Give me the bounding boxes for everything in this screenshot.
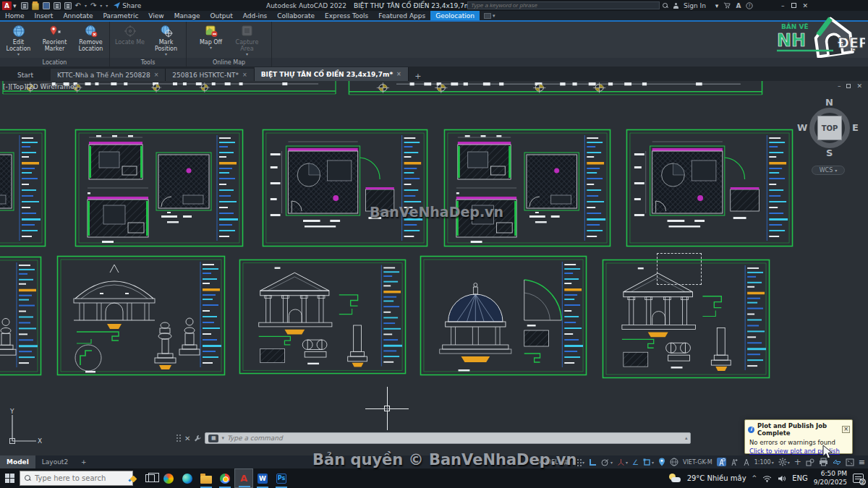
tab-collaborate[interactable]: Collaborate [272,11,320,20]
graphics-performance-icon[interactable] [833,458,841,466]
geographic-location-icon[interactable] [670,458,678,466]
plot-icon[interactable] [64,2,72,9]
viewport-controls[interactable]: [-][Top][2D Wireframe] [3,83,77,90]
file-explorer-button[interactable] [197,468,216,488]
tab-annotate[interactable]: Annotate [58,11,98,20]
close-tab-icon[interactable]: × [154,72,159,78]
command-line[interactable]: ▦ ▾ ▴ [205,432,691,444]
qat-customize-icon[interactable]: ▾ [106,3,108,8]
layout-tab-layout2[interactable]: Layout2 [35,455,75,468]
app-menu-chevron-icon[interactable]: ▾ [13,2,17,9]
notification-close-button[interactable]: × [842,426,850,433]
tab-manage[interactable]: Manage [169,11,205,20]
language-indicator[interactable]: ENG [792,474,808,482]
object-snap-toggle[interactable]: ▾ [643,458,654,466]
drawing-sheet-elevation-3[interactable] [420,255,587,376]
drawing-sheet-partial-left-row1[interactable] [0,129,46,247]
viewcube-west[interactable]: W [797,122,807,133]
drawing-sheet-partial-left-row2[interactable] [0,256,42,376]
drawing-sheet-elevation-2[interactable] [239,259,407,374]
workspace-switching-icon[interactable]: ▾ [778,458,790,466]
drawing-sheet-plan-4[interactable] [626,129,793,247]
tab-geolocation[interactable]: Geolocation [430,11,480,20]
tab-add-ins[interactable]: Add-ins [238,11,273,20]
restore-button[interactable] [791,3,796,8]
weather-label[interactable]: 29°C Nhiều mây [687,474,746,482]
taskbar-search[interactable] [20,471,133,486]
mark-position-button[interactable]: Mark Position ▾ [150,24,183,56]
task-view-button[interactable] [140,468,159,488]
command-history-icon[interactable]: ▦ [208,435,218,442]
start-button[interactable] [0,468,19,488]
help-search-input[interactable] [467,1,660,9]
photoshop-button[interactable]: Ps [272,468,291,488]
close-tab-icon[interactable]: × [396,71,401,77]
object-snap-tracking-toggle[interactable]: ∠ [632,458,639,466]
autoscale-toggle[interactable] [731,458,739,466]
doc-restore-button[interactable] [846,84,851,88]
share-button[interactable]: Share [114,2,141,9]
drawing-sheet-elevation-1[interactable] [56,255,226,376]
close-button[interactable]: ✕ [803,2,809,9]
doc-minimize-button[interactable]: – [838,82,841,90]
drawing-canvas[interactable]: [-][Top][2D Wireframe] – ✕ N S W E TOP W… [0,81,868,455]
tab-home[interactable]: Home [0,11,30,20]
autodesk-apps-icon[interactable]: A [736,2,741,9]
clock[interactable]: 6:50 PM 9/20/2025 [814,470,847,487]
chrome-button[interactable] [216,468,234,488]
tab-output[interactable]: Output [205,11,237,20]
copilot-button[interactable] [159,468,178,488]
wcs-dropdown[interactable]: WCS▾ [812,166,845,175]
coordinate-system-label[interactable]: VIET-GK-M [683,459,712,466]
command-close-icon[interactable]: ✕ [184,435,190,442]
tab-view[interactable]: View [143,11,169,20]
command-grip-handle[interactable] [176,435,181,442]
tab-express-tools[interactable]: Express Tools [320,11,373,20]
sign-in-button[interactable]: Sign In [684,2,706,9]
annotation-visibility-toggle[interactable] [717,458,726,466]
close-tab-icon[interactable]: × [242,72,247,78]
file-tab-biet-thu[interactable]: BIỆT THỰ TÂN CỔ ĐIỂN 23,4x19,7m*× [255,67,409,81]
tab-parametric[interactable]: Parametric [98,11,144,20]
drawing-sheet-partial-top-right[interactable] [347,81,764,96]
wifi-icon[interactable] [762,475,772,482]
undo-icon[interactable]: ↶ [75,2,81,9]
annotation-scale-icon[interactable] [743,458,750,466]
annotation-monitor-icon[interactable]: + [794,457,801,467]
customization-menu-icon[interactable]: ≡ [859,458,865,467]
autocad-taskbar-button[interactable]: A [234,468,253,488]
save-icon[interactable] [43,2,50,9]
viewcube-top-face[interactable]: TOP [817,116,842,140]
search-icon[interactable] [663,3,668,9]
drawing-sheet-plan-1[interactable] [75,129,244,247]
new-file-icon[interactable] [21,2,28,9]
redo-icon[interactable]: ↷ [90,2,96,9]
tab-insert[interactable]: Insert [30,11,59,20]
layout-tab-model[interactable]: Model [0,455,35,468]
ribbon-display-toggle[interactable]: ▾ [480,11,500,20]
doc-close-button[interactable]: ✕ [856,82,862,90]
annotation-marker-icon[interactable] [658,458,665,466]
isometric-drafting-toggle[interactable]: ▾ [617,458,628,466]
reorient-marker-button[interactable]: Reorient Marker [38,24,72,52]
drawing-sheet-plan-2[interactable] [262,129,428,247]
new-drawing-tab-button[interactable]: + [413,71,423,81]
word-button[interactable]: W [253,468,272,488]
command-input[interactable] [227,435,682,442]
edge-button[interactable] [178,468,197,488]
file-tab-start[interactable]: Start [0,69,51,81]
polar-tracking-toggle[interactable]: ▾ [601,458,613,466]
map-off-button[interactable]: Map Off ▾ [195,24,228,49]
customize-wrench-icon[interactable] [194,435,201,442]
file-tab-250816[interactable]: 250816 HSTKTC-NT*× [166,69,254,81]
action-center-button[interactable]: 2 [853,474,864,483]
viewcube[interactable]: N S W E TOP [801,100,858,156]
taskbar-search-input[interactable] [35,474,125,482]
viewcube-south[interactable]: S [826,147,833,158]
signin-chevron-icon[interactable]: ▾ [715,2,719,9]
edit-location-button[interactable]: Edit Location ▾ [2,24,35,56]
help-icon[interactable]: ? [746,2,753,9]
clean-screen-icon[interactable] [846,458,854,466]
isolate-objects-icon[interactable] [806,458,814,466]
weather-icon[interactable] [668,474,681,484]
